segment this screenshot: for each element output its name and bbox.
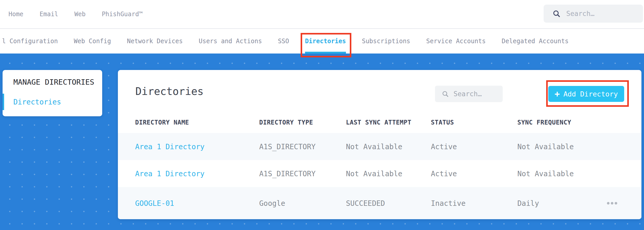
table-row: GOOGLE-01 Google SUCCEEDED Inactive Dail… xyxy=(118,187,641,219)
tab-network-devices[interactable]: Network Devices xyxy=(127,29,183,54)
directories-search-input[interactable] xyxy=(454,90,500,98)
sidebar-card: MANAGE DIRECTORIES Directories xyxy=(3,70,102,116)
content-area: MANAGE DIRECTORIES Directories Directori… xyxy=(0,54,644,230)
sidebar-item-directories[interactable]: Directories xyxy=(3,94,102,110)
sync-frequency-cell: Daily xyxy=(517,199,539,207)
nav-item-web[interactable]: Web xyxy=(74,11,85,18)
directory-type-cell: Google xyxy=(259,199,285,207)
tab-users-and-actions[interactable]: Users and Actions xyxy=(199,29,262,54)
last-sync-cell: Not Available xyxy=(346,142,402,151)
secondary-nav: l Configuration Web Config Network Devic… xyxy=(0,29,644,54)
page-title: Directories xyxy=(135,85,204,97)
nav-item-email[interactable]: Email xyxy=(40,11,58,18)
sidebar-title: MANAGE DIRECTORIES xyxy=(13,78,94,86)
primary-nav: Home Email Web PhishGuard™ xyxy=(8,0,143,28)
column-header-directory-type: DIRECTORY TYPE xyxy=(259,119,313,126)
sync-frequency-cell: Not Available xyxy=(517,142,574,151)
tab-web-config[interactable]: Web Config xyxy=(74,29,111,54)
global-search-input[interactable] xyxy=(566,10,641,17)
directory-name-link[interactable]: Area 1 Directory xyxy=(135,169,205,178)
more-options-icon[interactable] xyxy=(606,200,618,207)
sidebar-item-label: Directories xyxy=(13,98,61,106)
column-header-directory-name: DIRECTORY NAME xyxy=(135,119,189,126)
tab-delegated-accounts[interactable]: Delegated Accounts xyxy=(502,29,569,54)
table-row: Area 1 Directory A1S_DIRECTORY Not Avail… xyxy=(118,160,641,187)
last-sync-cell: SUCCEEDED xyxy=(346,199,385,207)
active-indicator-bar xyxy=(3,94,4,110)
tab-sso[interactable]: SSO xyxy=(278,29,289,54)
status-cell: Active xyxy=(431,142,457,151)
column-header-last-sync-attempt: LAST SYNC ATTEMPT xyxy=(346,119,411,126)
plus-icon: + xyxy=(555,90,560,98)
last-sync-cell: Not Available xyxy=(346,169,402,178)
tab-subscriptions[interactable]: Subscriptions xyxy=(362,29,410,54)
secondary-nav-tabs: l Configuration Web Config Network Devic… xyxy=(2,29,569,54)
directory-type-cell: A1S_DIRECTORY xyxy=(259,169,316,178)
add-directory-label: Add Directory xyxy=(563,90,618,98)
global-search[interactable] xyxy=(544,5,643,23)
status-cell: Active xyxy=(431,169,457,178)
active-tab-underline xyxy=(305,52,346,54)
directory-type-cell: A1S_DIRECTORY xyxy=(259,142,316,151)
search-icon xyxy=(442,90,449,98)
tab-service-accounts[interactable]: Service Accounts xyxy=(426,29,486,54)
status-cell: Inactive xyxy=(431,199,466,207)
tab-directories-label: Directories xyxy=(305,38,346,45)
directories-panel: Directories + Add Directory DIRECTORY NA… xyxy=(118,70,641,219)
tab-email-configuration[interactable]: l Configuration xyxy=(2,29,58,54)
nav-item-home[interactable]: Home xyxy=(8,11,23,18)
sync-frequency-cell: Not Available xyxy=(517,169,574,178)
directory-name-link[interactable]: Area 1 Directory xyxy=(135,142,205,151)
table-header-row: DIRECTORY NAME DIRECTORY TYPE LAST SYNC … xyxy=(118,119,641,129)
directories-search[interactable] xyxy=(435,86,503,102)
tab-directories[interactable]: Directories xyxy=(305,29,346,54)
app-root: Home Email Web PhishGuard™ l Configurati… xyxy=(0,0,644,230)
search-icon xyxy=(552,10,561,18)
nav-item-phishguard[interactable]: PhishGuard™ xyxy=(102,11,143,18)
top-bar: Home Email Web PhishGuard™ xyxy=(0,0,644,29)
column-header-status: STATUS xyxy=(431,119,454,126)
column-header-sync-frequency: SYNC FREQUENCY xyxy=(517,119,571,126)
directory-name-link[interactable]: GOOGLE-01 xyxy=(135,199,174,207)
table-row: Area 1 Directory A1S_DIRECTORY Not Avail… xyxy=(118,133,641,160)
add-directory-button[interactable]: + Add Directory xyxy=(548,86,624,102)
